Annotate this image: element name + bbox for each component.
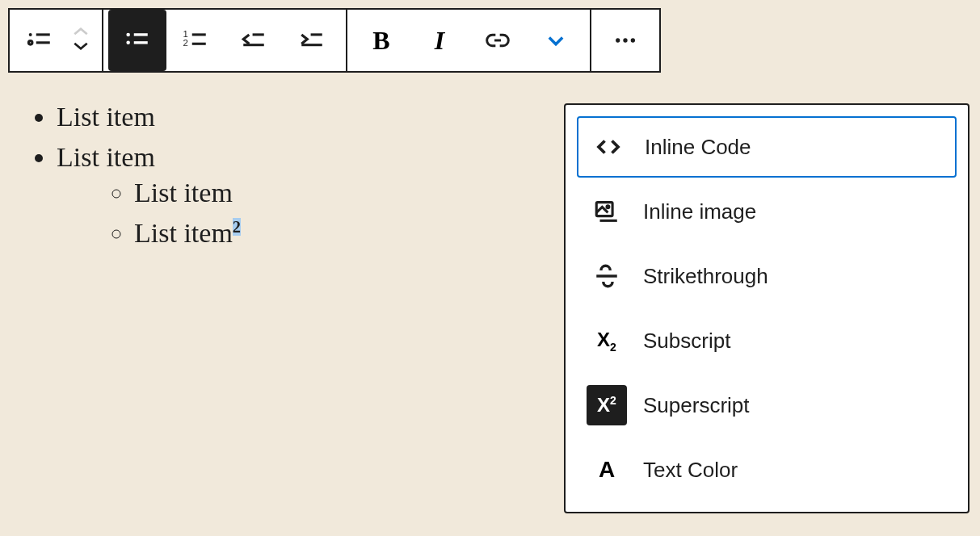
italic-button[interactable]: I [410, 10, 469, 71]
more-options-button[interactable] [596, 10, 654, 71]
superscript-icon: X2 [587, 385, 627, 425]
dropdown-item-label: Strikethrough [643, 264, 768, 289]
outdent-icon [240, 27, 267, 54]
ellipsis-icon [612, 27, 638, 53]
indent-button[interactable] [283, 10, 341, 71]
dropdown-item-subscript[interactable]: X2 Subscript [577, 310, 957, 371]
strikethrough-icon [587, 256, 627, 296]
list-block-icon [26, 27, 53, 54]
bold-button[interactable]: B [352, 10, 410, 71]
dropdown-item-label: Inline Code [645, 135, 751, 160]
dropdown-item-inline-image[interactable]: Inline image [577, 181, 957, 242]
code-icon [588, 127, 629, 167]
italic-icon: I [435, 26, 444, 56]
move-up-button[interactable] [72, 26, 90, 40]
svg-point-0 [29, 33, 32, 36]
svg-point-4 [126, 33, 130, 37]
svg-point-17 [623, 38, 627, 42]
block-mover [65, 26, 97, 55]
numbered-list-icon: 1 2 [182, 27, 209, 54]
dropdown-item-label: Subscript [643, 329, 730, 354]
toolbar-group-format: B I [347, 10, 591, 71]
svg-point-2 [28, 41, 32, 45]
move-down-button[interactable] [72, 40, 90, 55]
link-button[interactable] [469, 10, 527, 71]
image-icon [587, 191, 627, 232]
dropdown-item-strikethrough[interactable]: Strikethrough [577, 245, 957, 307]
svg-text:1: 1 [183, 29, 187, 39]
chevron-down-icon [545, 29, 567, 52]
block-toolbar: 1 2 [8, 8, 661, 73]
dropdown-item-label: Superscript [643, 393, 750, 418]
ordered-list-button[interactable]: 1 2 [166, 10, 225, 71]
link-icon [485, 27, 511, 53]
more-format-button[interactable] [527, 10, 585, 71]
svg-point-6 [126, 41, 130, 45]
dropdown-item-label: Inline image [643, 199, 756, 224]
toolbar-group-more [591, 10, 659, 71]
subscript-icon: X2 [587, 320, 627, 361]
dropdown-item-inline-code[interactable]: Inline Code [577, 116, 957, 178]
outdent-button[interactable] [225, 10, 283, 71]
toolbar-group-list-style: 1 2 [103, 10, 347, 71]
superscript-text[interactable]: 2 [233, 218, 241, 236]
format-dropdown: Inline Code Inline image Strikethrough X… [564, 103, 969, 513]
toolbar-group-block [10, 10, 103, 71]
bold-icon: B [372, 26, 389, 56]
block-type-list-button[interactable] [15, 10, 65, 71]
bullet-list-icon [124, 27, 151, 54]
indent-icon [298, 27, 326, 54]
svg-point-18 [631, 38, 635, 42]
unordered-list-button[interactable] [108, 10, 166, 71]
dropdown-item-label: Text Color [643, 458, 738, 483]
svg-point-16 [616, 38, 620, 42]
text-color-icon: A [587, 450, 627, 490]
dropdown-item-superscript[interactable]: X2 Superscript [577, 375, 957, 436]
dropdown-item-text-color[interactable]: A Text Color [577, 439, 957, 500]
svg-point-20 [607, 206, 609, 208]
svg-text:2: 2 [183, 38, 187, 48]
